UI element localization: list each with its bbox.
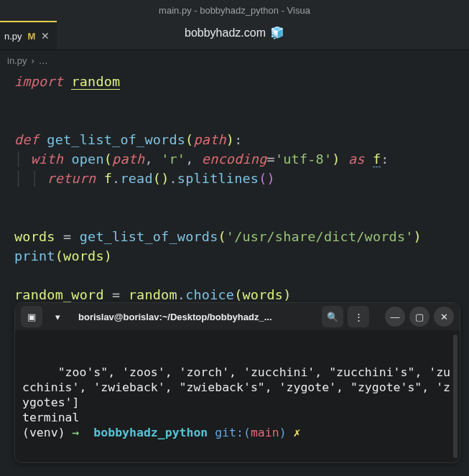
code-line: def get_list_of_words(path): (14, 130, 469, 149)
code-line (14, 188, 469, 207)
terminal-titlebar: ▣ ▾ borislav@borislav:~/Desktop/bobbyhad… (15, 303, 460, 330)
search-button[interactable]: 🔍 (322, 306, 343, 327)
terminal-output: terminal (22, 411, 79, 424)
breadcrumb-file: in.py (7, 55, 27, 66)
code-line: import random (14, 72, 469, 91)
search-icon: 🔍 (327, 312, 338, 322)
terminal-output: "zoo's", 'zoos', 'zorch', 'zucchini', "z… (22, 365, 450, 409)
breadcrumb[interactable]: in.py › … (0, 50, 469, 70)
code-line (14, 207, 469, 227)
chevron-right-icon: › (31, 55, 34, 66)
tab-modified-marker: M (28, 31, 36, 42)
maximize-button[interactable]: ▢ (409, 307, 429, 327)
code-line: print(words) (14, 246, 469, 266)
terminal-title: borislav@borislav:~/Desktop/bobbyhadz_..… (73, 312, 317, 322)
watermark: bobbyhadz.com 🧊 (185, 26, 284, 39)
breadcrumb-ellipsis: … (39, 55, 48, 66)
terminal-body[interactable]: "zoo's", 'zoos', 'zorch', 'zucchini', "z… (15, 330, 460, 462)
prompt-dirty-icon: ✗ (294, 426, 301, 439)
watermark-text: bobbyhadz.com (185, 27, 266, 39)
tab-main-py[interactable]: n.py M ✕ (0, 21, 57, 50)
minimize-icon: — (391, 312, 400, 322)
prompt-branch: main (251, 426, 279, 439)
tab-dropdown-button[interactable]: ▾ (47, 306, 68, 327)
terminal-scrollbar[interactable] (453, 335, 458, 458)
code-line: │ │ return f.read().splitlines() (14, 169, 469, 188)
tab-filename: n.py (4, 31, 22, 42)
code-line (14, 91, 469, 111)
maximize-icon: ▢ (415, 312, 424, 322)
code-line: random_word = random.choice(words) (14, 285, 469, 304)
window-title: main.py - bobbyhadz_python - Visua (159, 5, 310, 16)
cube-icon: 🧊 (270, 26, 284, 39)
window-titlebar: main.py - bobbyhadz_python - Visua (0, 0, 469, 22)
close-icon[interactable]: ✕ (41, 30, 50, 42)
close-icon: ✕ (440, 312, 448, 322)
plus-icon: ▣ (27, 312, 36, 322)
close-button[interactable]: ✕ (434, 307, 454, 327)
prompt-git: git:( (215, 426, 251, 439)
menu-icon: ⋮ (354, 312, 363, 322)
prompt-arrow-icon: → (73, 426, 80, 439)
prompt-venv: (venv) (22, 426, 65, 439)
code-line: words = get_list_of_words('/usr/share/di… (14, 227, 469, 246)
minimize-button[interactable]: — (385, 307, 405, 327)
prompt-directory: bobbyhadz_python (93, 426, 208, 439)
code-editor[interactable]: import random def get_list_of_words(path… (0, 70, 469, 324)
new-tab-button[interactable]: ▣ (21, 306, 42, 327)
tab-row: n.py M ✕ bobbyhadz.com 🧊 (0, 22, 469, 50)
code-line: │ with open(path, 'r', encoding='utf-8')… (14, 149, 469, 169)
chevron-down-icon: ▾ (55, 312, 60, 322)
terminal-window: ▣ ▾ borislav@borislav:~/Desktop/bobbyhad… (14, 302, 460, 463)
code-line (14, 111, 469, 130)
prompt-git-close: ) (279, 426, 287, 439)
code-line (14, 266, 469, 285)
menu-button[interactable]: ⋮ (348, 306, 369, 327)
